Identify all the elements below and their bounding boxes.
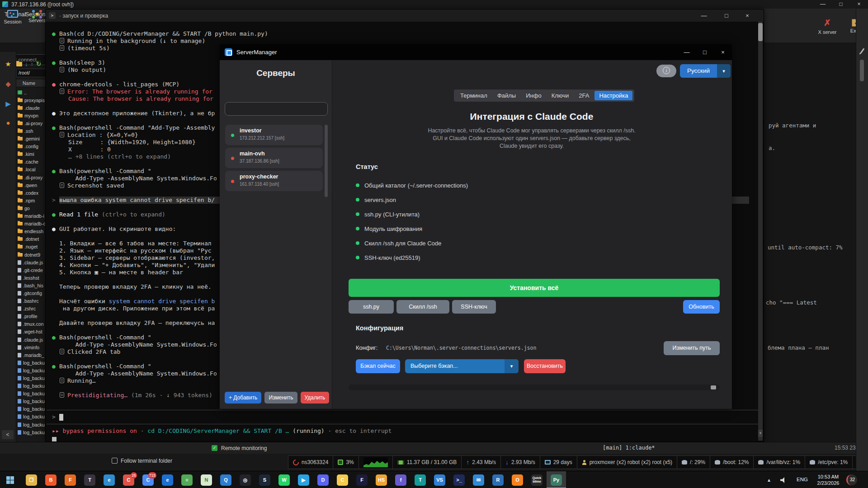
taskbar-mail[interactable]: ✉ bbox=[469, 471, 488, 488]
taskbar-discord[interactable]: D bbox=[313, 471, 333, 488]
backup-select[interactable]: Выберите бэкап... ▾ bbox=[405, 359, 519, 373]
tab-2FA[interactable]: 2FA bbox=[574, 91, 594, 100]
tab-Терминал[interactable]: Терминал bbox=[456, 91, 492, 100]
taskbar-firefox[interactable]: F bbox=[61, 471, 80, 488]
server-search-input[interactable] bbox=[225, 102, 328, 116]
change-path-button[interactable]: Изменить путь bbox=[664, 341, 720, 355]
tab-Файлы[interactable]: Файлы bbox=[493, 91, 520, 100]
refresh-icon[interactable]: ↻ bbox=[36, 60, 41, 68]
terminal-text: Running… bbox=[67, 377, 96, 384]
x-server-button[interactable]: ✗ X server bbox=[813, 18, 842, 35]
server-list: investor173.212.212.157 [ssh]main-ovh37.… bbox=[225, 125, 323, 194]
horizontal-scrollbar[interactable] bbox=[349, 385, 720, 390]
follow-terminal-checkbox[interactable] bbox=[112, 458, 118, 464]
taskbar-steam[interactable]: S bbox=[255, 471, 274, 488]
terminal-scrollbar[interactable]: ▾ bbox=[758, 22, 763, 441]
server-card[interactable]: investor173.212.212.157 [ssh] bbox=[225, 125, 323, 145]
terminal-text: Clicked 2FA tab bbox=[67, 348, 120, 355]
taskbar-python-app[interactable]: Py bbox=[547, 471, 566, 488]
restore-button[interactable]: Восстановить bbox=[524, 359, 566, 373]
scroll-down-button[interactable]: ▾ bbox=[758, 430, 763, 437]
tab-Инфо[interactable]: Инфо bbox=[521, 91, 546, 100]
favorites-star-icon[interactable]: ★ bbox=[4, 60, 13, 68]
session-button[interactable]: Session bbox=[1, 10, 24, 24]
taskbar-figma[interactable]: f bbox=[391, 471, 410, 488]
mx-minimize-button[interactable]: — bbox=[814, 0, 832, 9]
backup-now-button[interactable]: Бэкап сейчас bbox=[356, 359, 400, 373]
install-skill-button[interactable]: Скилл /ssh bbox=[396, 300, 449, 314]
taskbar-quick-launch[interactable]: Quick btime bbox=[527, 471, 547, 488]
taskbar-obs[interactable]: ◎ bbox=[236, 471, 255, 488]
taskbar-notepad[interactable]: ≡ bbox=[177, 471, 197, 488]
install-sshpy-button[interactable]: ssh.py bbox=[349, 300, 394, 314]
server-card[interactable]: proxy-checker161.97.118.40 [ssh] bbox=[225, 171, 323, 191]
pencil-icon[interactable] bbox=[860, 48, 865, 53]
ball-icon[interactable]: ● bbox=[4, 119, 13, 127]
taskbar-telegram[interactable]: ▶ bbox=[294, 471, 313, 488]
terminal-minimize-button[interactable]: — bbox=[694, 9, 714, 22]
taskbar-brave[interactable]: B bbox=[41, 471, 61, 488]
log-icon bbox=[18, 391, 21, 396]
down-icon: ↓ bbox=[505, 459, 509, 466]
taskbar-whatsapp[interactable]: W bbox=[274, 471, 294, 488]
sm-close-button[interactable]: × bbox=[714, 44, 732, 60]
terminal-close-button[interactable]: × bbox=[737, 9, 757, 22]
speaker-icon[interactable] bbox=[780, 477, 787, 483]
tools-icon[interactable]: ◆ bbox=[4, 80, 13, 88]
folder-up-icon[interactable] bbox=[16, 62, 22, 66]
remote-monitoring-checkbox[interactable]: ✓ bbox=[212, 445, 217, 451]
taskbar-chrome-profile[interactable]: C715 bbox=[138, 471, 158, 488]
hscroll-thumb[interactable] bbox=[711, 385, 716, 389]
taskbar-orange-app[interactable]: O bbox=[508, 471, 527, 488]
sm-minimize-button[interactable]: — bbox=[678, 44, 696, 60]
terminal-titlebar[interactable]: ＞ · запуск и проверка bbox=[46, 9, 764, 22]
taskbar-notepad-pp[interactable]: N bbox=[197, 471, 216, 488]
taskbar-firefox-dev[interactable]: F bbox=[352, 471, 372, 488]
right-scrollbar-thumb[interactable] bbox=[860, 60, 864, 81]
upload-icon[interactable]: ↑ bbox=[31, 60, 34, 68]
taskbar-chrome-canary[interactable]: C bbox=[333, 471, 352, 488]
taskbar-tableau[interactable]: T bbox=[410, 471, 430, 488]
taskbar-clock[interactable]: 10:53 AM 2/23/2026 bbox=[812, 474, 844, 486]
server-list-scrollbar[interactable] bbox=[325, 125, 328, 197]
servermanager-titlebar[interactable]: ServerManager bbox=[220, 44, 732, 60]
taskbar-tor-browser[interactable]: T bbox=[80, 471, 99, 488]
refresh-button[interactable]: Обновить bbox=[683, 300, 720, 314]
terminal-text: X : 0 bbox=[68, 146, 111, 153]
background-terminal-fragment: cho "=== Latest bbox=[766, 299, 817, 306]
start-button[interactable] bbox=[6, 476, 14, 484]
add-server-button[interactable]: + Добавить bbox=[225, 392, 261, 404]
mx-close-button[interactable]: × bbox=[850, 0, 868, 9]
info-button[interactable]: i bbox=[656, 65, 676, 77]
send-icon[interactable]: ▶ bbox=[4, 100, 13, 108]
taskbar-vscode[interactable]: VS bbox=[430, 471, 449, 488]
taskbar-hestia[interactable]: HS bbox=[372, 471, 391, 488]
edit-server-button[interactable]: Изменить bbox=[264, 392, 297, 404]
server-card[interactable]: main-ovh37.187.136.86 [ssh] bbox=[225, 148, 323, 168]
taskbar-edge-profile[interactable]: e bbox=[158, 471, 177, 488]
taskbar-edge[interactable]: e bbox=[99, 471, 119, 488]
taskbar-quip[interactable]: Q bbox=[216, 471, 236, 488]
notification-badge[interactable]: 32 bbox=[846, 474, 857, 485]
taskbar-chrome[interactable]: C26 bbox=[119, 471, 138, 488]
mx-maximize-button[interactable]: □ bbox=[832, 0, 850, 9]
status-item-label: Скилл /ssh для Claude Code bbox=[364, 240, 441, 247]
taskbar-powershell[interactable]: >_ bbox=[449, 471, 469, 488]
tab-Настройка[interactable]: Настройка bbox=[594, 91, 632, 100]
delete-server-button[interactable]: Удалить bbox=[301, 392, 330, 404]
tray-chevron-icon[interactable]: ▴ bbox=[768, 477, 770, 483]
log-icon bbox=[18, 422, 21, 427]
terminal-maximize-button[interactable]: □ bbox=[717, 9, 736, 22]
sm-maximize-button[interactable]: □ bbox=[696, 44, 714, 60]
taskbar-rstudio[interactable]: R bbox=[488, 471, 508, 488]
tab-Ключи[interactable]: Ключи bbox=[547, 91, 574, 100]
taskbar-file-explorer[interactable]: ❒ bbox=[22, 471, 41, 488]
language-indicator[interactable]: ENG bbox=[797, 477, 808, 482]
install-all-button[interactable]: Установить всё bbox=[349, 279, 720, 297]
terminal-prompt[interactable]: > bbox=[47, 410, 760, 424]
collapse-sidebar-button[interactable]: < bbox=[2, 430, 14, 439]
install-sshkey-button[interactable]: SSH-ключ bbox=[452, 300, 496, 314]
scrollbar-thumb[interactable] bbox=[758, 23, 763, 41]
language-select[interactable]: Русский ▾ bbox=[680, 64, 731, 78]
download-icon[interactable]: ↓ bbox=[25, 60, 28, 68]
